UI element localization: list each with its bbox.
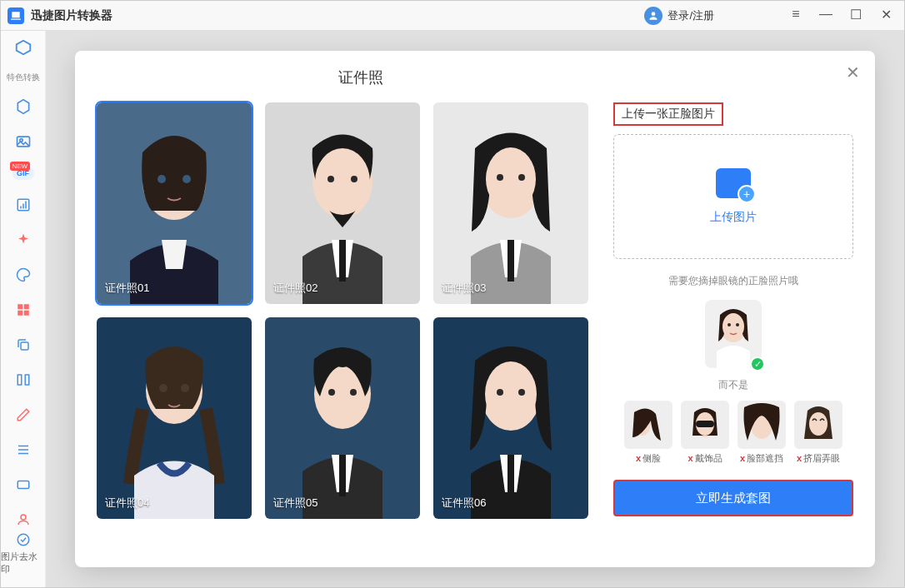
template-caption: 证件照04: [105, 496, 149, 511]
upload-area[interactable]: 上传图片: [613, 134, 853, 259]
minimize-icon[interactable]: —: [818, 7, 833, 22]
sidebar-icon-gif[interactable]: NEW GIF: [13, 167, 33, 180]
bad-example-expression: x挤眉弄眼: [794, 401, 842, 465]
svg-rect-23: [339, 240, 346, 282]
maximize-icon[interactable]: ☐: [848, 7, 863, 22]
menu-icon[interactable]: ≡: [788, 7, 803, 22]
bad-thumb-image: [624, 401, 672, 449]
template-caption: 证件照03: [442, 281, 486, 296]
template-card-02[interactable]: 证件照02: [265, 102, 420, 304]
sidebar-label-convert: 特色转换: [7, 72, 40, 82]
sidebar-icon-chart[interactable]: [13, 195, 33, 215]
svg-marker-1: [16, 41, 30, 55]
upload-text: 上传图片: [710, 210, 757, 225]
template-caption: 证件照06: [442, 496, 486, 511]
x-icon: x: [797, 453, 802, 463]
bad-thumb-image: [681, 401, 729, 449]
svg-point-24: [328, 176, 334, 182]
generate-button[interactable]: 立即生成套图: [613, 480, 853, 516]
bad-example-side: x侧脸: [624, 401, 672, 465]
template-caption: 证件照01: [105, 281, 149, 296]
svg-point-0: [652, 12, 656, 16]
portrait-image: [433, 317, 588, 519]
svg-point-25: [351, 176, 358, 182]
sidebar-icon-image[interactable]: [13, 132, 33, 152]
x-icon: x: [688, 453, 692, 463]
watermark-icon: [16, 532, 31, 547]
sidebar-icon-card[interactable]: [13, 475, 33, 495]
template-card-04[interactable]: 证件照04: [97, 317, 252, 519]
bad-label: x戴饰品: [688, 452, 722, 465]
bad-example-covered: x脸部遮挡: [738, 401, 786, 465]
sidebar-icon-copy[interactable]: [13, 335, 33, 355]
svg-point-46: [497, 389, 503, 396]
svg-point-15: [18, 534, 29, 546]
sidebar-icon-convert[interactable]: [13, 37, 33, 57]
svg-rect-7: [23, 304, 28, 309]
sidebar-icon-hex[interactable]: [13, 97, 33, 117]
sidebar-icon-pen[interactable]: [13, 405, 33, 425]
sidebar-icon-palette[interactable]: [13, 265, 33, 285]
bad-label: x脸部遮挡: [740, 452, 783, 465]
x-icon: x: [636, 453, 641, 463]
svg-rect-45: [508, 455, 514, 496]
template-card-03[interactable]: 证件照03: [433, 102, 588, 304]
template-card-06[interactable]: 证件照06: [433, 317, 588, 519]
svg-point-14: [21, 515, 26, 520]
svg-rect-39: [339, 455, 346, 496]
sidebar-bottom-label: 图片去水印: [1, 551, 45, 576]
svg-point-38: [332, 347, 352, 367]
app-window: 迅捷图片转换器 登录/注册 ≡ — ☐ ✕ 特色转换: [0, 0, 905, 588]
portrait-image: [97, 102, 252, 304]
sidebar-bottom-item[interactable]: 图片去水印: [1, 532, 45, 576]
check-icon: ✓: [750, 356, 765, 371]
upload-instruction-label: 上传一张正脸图片: [613, 102, 723, 126]
template-card-05[interactable]: 证件照05: [265, 317, 420, 519]
svg-marker-2: [18, 100, 28, 114]
sidebar-icon-stack[interactable]: [13, 440, 33, 460]
template-caption: 证件照02: [273, 281, 318, 296]
close-modal-icon[interactable]: ✕: [846, 62, 860, 82]
svg-point-18: [158, 175, 166, 183]
svg-point-41: [350, 389, 357, 396]
bad-example-accessory: x戴饰品: [681, 401, 729, 465]
content-area: ✕ 证件照: [46, 31, 904, 587]
bad-label: x侧脸: [636, 452, 661, 465]
svg-point-19: [182, 175, 191, 183]
portrait-image: [265, 102, 420, 304]
modal-title: 证件照: [338, 67, 853, 87]
template-grid: 证件照01: [97, 102, 588, 551]
svg-point-40: [328, 389, 335, 396]
svg-point-52: [736, 323, 739, 326]
template-caption: 证件照05: [273, 496, 318, 511]
bad-label: x挤眉弄眼: [797, 452, 840, 465]
svg-rect-11: [18, 375, 22, 385]
portrait-image: [97, 317, 252, 519]
sidebar-icon-grid[interactable]: [13, 300, 33, 320]
bad-examples: x侧脸 x戴饰品 x脸部遮挡: [613, 401, 853, 465]
svg-rect-58: [696, 421, 714, 427]
svg-point-51: [728, 323, 731, 326]
close-window-icon[interactable]: ✕: [878, 7, 893, 22]
template-card-01[interactable]: 证件照01: [97, 102, 252, 304]
portrait-image: [265, 317, 420, 519]
sidebar-icon-columns[interactable]: [13, 370, 33, 390]
sidebar-icon-sparkle[interactable]: [13, 230, 33, 250]
upload-image-icon: [716, 168, 751, 198]
svg-point-35: [181, 384, 189, 392]
svg-rect-9: [23, 311, 28, 316]
svg-rect-10: [21, 342, 28, 350]
portrait-image: [433, 102, 588, 304]
upload-hint: 需要您摘掉眼镜的正脸照片哦: [613, 274, 853, 288]
svg-point-44: [485, 361, 537, 426]
svg-point-30: [497, 174, 503, 181]
user-avatar-icon: [644, 7, 662, 25]
app-logo-icon: [8, 7, 24, 24]
login-register[interactable]: 登录/注册: [644, 7, 714, 25]
sidebar-icon-user[interactable]: [13, 510, 33, 530]
svg-rect-8: [18, 311, 22, 316]
svg-rect-29: [508, 240, 514, 282]
app-body: 特色转换 NEW GIF: [1, 31, 904, 587]
bad-thumb-image: [738, 401, 786, 449]
svg-point-22: [315, 148, 370, 215]
